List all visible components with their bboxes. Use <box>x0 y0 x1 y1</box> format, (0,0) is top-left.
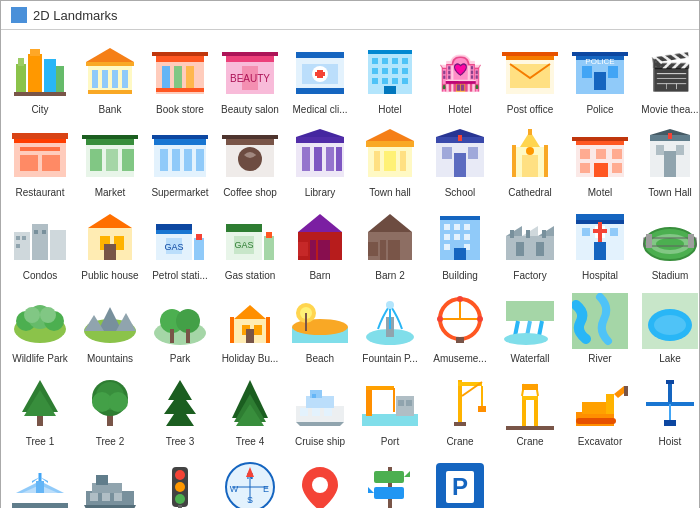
svg-rect-32 <box>296 52 344 58</box>
landmark-item-school[interactable]: School <box>425 121 495 204</box>
svg-rect-81 <box>184 149 192 171</box>
landmark-item-tree2[interactable]: Tree 2 <box>75 370 145 453</box>
svg-rect-112 <box>544 145 548 177</box>
hotel2-label: Hotel <box>426 104 494 115</box>
landmark-item-city[interactable]: City <box>5 38 75 121</box>
landmark-item-cathedral[interactable]: Cathedral <box>495 121 565 204</box>
svg-rect-183 <box>526 230 530 238</box>
svg-rect-82 <box>196 149 204 171</box>
window-title: 2D Landmarks <box>33 8 118 23</box>
landmark-item-bookstore[interactable]: Book store <box>145 38 215 121</box>
svg-rect-47 <box>402 68 408 74</box>
police-label: Police <box>566 104 634 115</box>
barn2-icon <box>360 208 420 268</box>
landmark-item-market[interactable]: Market <box>75 121 145 204</box>
landmark-item-motel[interactable]: Motel <box>565 121 635 204</box>
svg-point-321 <box>312 477 328 493</box>
landmark-item-supermarket[interactable]: Supermarket <box>145 121 215 204</box>
landmark-item-barn[interactable]: Barn <box>285 204 355 287</box>
landmark-item-cruise-ship[interactable]: Cruise ship <box>285 370 355 453</box>
landmark-item-mountains[interactable]: Mountains <box>75 287 145 370</box>
school-icon <box>430 125 490 185</box>
svg-rect-39 <box>368 50 412 54</box>
landmark-item-river[interactable]: River <box>565 287 635 370</box>
svg-rect-172 <box>444 234 450 240</box>
tree3-label: Tree 3 <box>146 436 214 447</box>
landmark-item-beauty-salon[interactable]: BEAUTYBeauty salon <box>215 38 285 121</box>
svg-rect-5 <box>18 58 24 66</box>
landmark-item-medical-clinic[interactable]: Medical cli... <box>285 38 355 121</box>
landmark-item-public-house[interactable]: Public house <box>75 204 145 287</box>
tree1-label: Tree 1 <box>6 436 74 447</box>
landmark-item-town-hall2[interactable]: Town Hall <box>635 121 700 204</box>
svg-text:BEAUTY: BEAUTY <box>230 73 270 84</box>
svg-rect-170 <box>454 224 460 230</box>
landmark-item-location[interactable]: location <box>285 453 355 508</box>
landmark-item-port[interactable]: Port <box>355 370 425 453</box>
landmark-item-bank[interactable]: Bank <box>75 38 145 121</box>
landmark-item-gas-station[interactable]: GASGas station <box>215 204 285 287</box>
landmark-item-hospital[interactable]: Hospital <box>565 204 635 287</box>
landmark-item-excavator[interactable]: Excavator <box>565 370 635 453</box>
landmark-item-barn2[interactable]: Barn 2 <box>355 204 425 287</box>
landmark-item-waterfall[interactable]: Waterfall <box>495 287 565 370</box>
svg-rect-3 <box>20 16 26 22</box>
landmark-item-park[interactable]: Park <box>145 287 215 370</box>
svg-rect-107 <box>458 135 462 141</box>
svg-rect-190 <box>582 228 590 236</box>
svg-rect-55 <box>502 52 558 56</box>
landmark-item-restaurant[interactable]: Restaurant <box>5 121 75 204</box>
landmark-item-post-office[interactable]: Post office <box>495 38 565 121</box>
landmark-item-tree1[interactable]: Tree 1 <box>5 370 75 453</box>
condos-icon <box>10 208 70 268</box>
svg-rect-153 <box>264 236 274 260</box>
landmark-item-town-hall1[interactable]: Town hall <box>355 121 425 204</box>
landmark-item-library[interactable]: Library <box>285 121 355 204</box>
svg-point-309 <box>175 470 185 480</box>
landmark-item-wildlife-park[interactable]: Wildlife Park <box>5 287 75 370</box>
svg-rect-75 <box>122 149 134 171</box>
landmark-item-tree4[interactable]: Tree 4 <box>215 370 285 453</box>
landmark-item-police[interactable]: POLICEPolice <box>565 38 635 121</box>
svg-rect-178 <box>506 236 554 260</box>
landmark-item-crane1[interactable]: Crane <box>425 370 495 453</box>
landmark-item-direction-si[interactable]: Direction si... <box>355 453 425 508</box>
landmark-item-coffee-shop[interactable]: Coffee shop <box>215 121 285 204</box>
landmark-item-lake[interactable]: Lake <box>635 287 700 370</box>
landmark-item-beach[interactable]: Beach <box>285 287 355 370</box>
svg-rect-298 <box>664 420 676 426</box>
landmark-item-hoist[interactable]: Hoist <box>635 370 700 453</box>
svg-rect-138 <box>42 230 46 234</box>
landmark-item-direction-g[interactable]: NSWEDirection G... <box>215 453 285 508</box>
svg-rect-10 <box>14 92 66 96</box>
svg-rect-134 <box>16 236 20 240</box>
landmark-item-movie-theater[interactable]: 🎬Movie thea... <box>635 38 700 121</box>
svg-rect-240 <box>456 337 464 343</box>
landmark-item-hotel1[interactable]: Hotel <box>355 38 425 121</box>
landmark-item-tree3[interactable]: Tree 3 <box>145 370 215 453</box>
landmark-item-crane2[interactable]: Crane <box>495 370 565 453</box>
svg-rect-0 <box>12 8 18 14</box>
svg-rect-43 <box>402 58 408 64</box>
landmark-item-stop-light[interactable]: Stop Light <box>145 453 215 508</box>
landmark-item-condos[interactable]: Condos <box>5 204 75 287</box>
landmark-item-parking[interactable]: PParking pla... <box>425 453 495 508</box>
svg-rect-122 <box>612 163 622 173</box>
landmark-item-holiday-bungalow[interactable]: Holiday Bu... <box>215 287 285 370</box>
svg-rect-91 <box>314 147 322 171</box>
landmark-item-building[interactable]: Building <box>425 204 495 287</box>
svg-rect-280 <box>478 406 486 412</box>
landmark-item-petrol-station[interactable]: GASPetrol stati... <box>145 204 215 287</box>
landmark-item-amusement[interactable]: Amuseme... <box>425 287 495 370</box>
landmark-item-fountain-park[interactable]: Fountain P... <box>355 287 425 370</box>
svg-rect-224 <box>246 329 254 343</box>
landmark-item-freighter[interactable]: Freighter <box>75 453 145 508</box>
svg-rect-90 <box>302 147 310 171</box>
hoist-icon <box>640 374 700 434</box>
holiday-bungalow-label: Holiday Bu... <box>216 353 284 364</box>
landmark-item-airport[interactable]: Airport <box>5 453 75 508</box>
landmark-item-stadium[interactable]: Stadium <box>635 204 700 287</box>
lake-label: Lake <box>636 353 700 364</box>
landmark-item-factory[interactable]: Factory <box>495 204 565 287</box>
landmark-item-hotel2[interactable]: 🏩Hotel <box>425 38 495 121</box>
